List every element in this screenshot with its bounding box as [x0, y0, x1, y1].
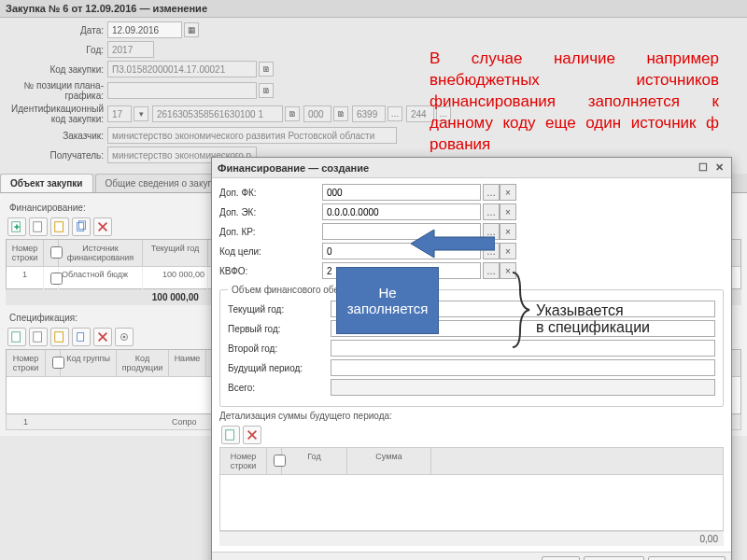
clear-icon[interactable]: ×	[500, 223, 516, 240]
dop-fk-label: Доп. ФК:	[219, 188, 322, 198]
dialog-title: Финансирование — создание	[218, 162, 369, 174]
svg-rect-8	[78, 333, 84, 342]
total-field	[331, 379, 715, 396]
lookup-icon[interactable]: …	[388, 106, 402, 121]
dop-fk-field[interactable]	[322, 184, 481, 201]
maximize-icon[interactable]: ☐	[697, 161, 710, 174]
doc-icon[interactable]: 🗎	[259, 83, 274, 98]
copy-icon[interactable]	[72, 217, 91, 236]
cell-num: 1	[7, 267, 44, 290]
date-label: Дата:	[9, 25, 107, 35]
detail-label: Детализация суммы будущего периода:	[219, 411, 724, 421]
spec-foot-txt: Сопро	[169, 414, 206, 429]
delete-icon[interactable]	[93, 217, 112, 236]
first-year-label: Первый год:	[228, 324, 331, 334]
spec-col-name: Наиме	[169, 350, 206, 376]
edit-icon[interactable]	[50, 217, 69, 236]
doc-icon[interactable]: 🗎	[285, 106, 300, 121]
recipient-label: Получатель:	[9, 150, 107, 161]
lookup-icon[interactable]: …	[483, 203, 500, 220]
detail-col-year: Год	[282, 448, 347, 474]
new-icon[interactable]	[221, 426, 240, 444]
col-year: Текущий год	[143, 240, 208, 266]
footer-amount: 0,00	[700, 534, 718, 544]
cell-source: Областной бюдж	[59, 267, 143, 290]
new-icon[interactable]	[7, 328, 26, 346]
apply-button[interactable]: Применить	[648, 556, 726, 560]
close-icon[interactable]: ✕	[712, 161, 726, 174]
year-label: Год:	[9, 45, 107, 55]
kod-celi-label: Код цели:	[219, 246, 322, 257]
annotation-red-text: В случае наличие например внебюджетных и…	[430, 49, 719, 156]
svg-rect-7	[55, 332, 63, 343]
col-source: Источник финансирования	[59, 240, 143, 266]
idcode-3[interactable]	[303, 105, 331, 122]
detail-toolbar	[219, 423, 724, 447]
spec-col-num: Номер строки	[7, 350, 46, 376]
id-code-label: Идентификационный код закупки:	[9, 104, 107, 124]
svg-marker-12	[411, 230, 495, 258]
year-field[interactable]	[107, 41, 154, 58]
annotation-spec-text: Указывается в спецификации	[536, 302, 650, 336]
future-label: Будущий период:	[228, 363, 331, 373]
clear-icon[interactable]: ×	[500, 243, 516, 259]
spec-col-group: Код группы	[61, 350, 117, 376]
cancel-button[interactable]: Отмена	[584, 556, 644, 560]
delete-icon[interactable]	[243, 426, 261, 444]
open-icon[interactable]	[29, 217, 48, 236]
gear-icon[interactable]	[115, 328, 134, 346]
dropdown-icon[interactable]: ▾	[134, 106, 148, 121]
svg-rect-6	[34, 332, 42, 343]
svg-rect-11	[226, 430, 234, 441]
idcode-1[interactable]	[107, 105, 132, 122]
future-field[interactable]	[331, 359, 715, 376]
new-icon[interactable]	[7, 217, 26, 236]
annotation-spec-line2: в спецификации	[536, 319, 650, 336]
plan-pos-field[interactable]	[107, 82, 257, 99]
customer-field[interactable]	[107, 127, 397, 144]
clear-icon[interactable]: ×	[500, 184, 516, 201]
plan-pos-label: № позиции плана-графика:	[9, 80, 107, 101]
total-value: 100 000,00	[152, 292, 199, 302]
cell-value: 100 000,00	[143, 267, 208, 290]
annotation-blue-text: Не заполняется	[337, 285, 438, 316]
lookup-icon[interactable]: …	[483, 184, 500, 201]
svg-rect-2	[55, 222, 63, 232]
open-icon[interactable]	[29, 328, 48, 346]
idcode-4[interactable]	[352, 105, 386, 122]
edit-icon[interactable]	[50, 328, 69, 346]
doc-icon[interactable]: 🗎	[259, 62, 274, 77]
window-title: Закупка № 6 от 12.09.2016 — изменение	[0, 0, 747, 18]
clear-icon[interactable]: ×	[500, 203, 516, 220]
code-label: Код закупки:	[9, 64, 107, 75]
annotation-blue-box: Не заполняется	[336, 267, 439, 334]
col-num: Номер строки	[7, 240, 44, 266]
total-label: Всего:	[228, 383, 331, 393]
ok-button[interactable]: ОК	[542, 556, 580, 560]
detail-col-num: Номер строки	[220, 448, 267, 474]
calendar-icon[interactable]: ▦	[184, 22, 199, 37]
brace-icon	[509, 271, 531, 349]
detail-col-sum: Сумма	[347, 448, 431, 474]
spec-col-prod: Код продукции	[117, 350, 169, 376]
delete-icon[interactable]	[93, 328, 112, 346]
code-field[interactable]	[107, 61, 257, 77]
date-field[interactable]	[107, 21, 182, 38]
customer-label: Заказчик:	[9, 131, 107, 141]
spec-foot-num: 1	[7, 414, 46, 429]
svg-point-10	[123, 336, 126, 339]
dop-ek-field[interactable]	[322, 203, 481, 220]
copy-icon[interactable]	[72, 328, 91, 346]
doc-icon[interactable]: 🗎	[333, 106, 348, 121]
financing-dialog: Финансирование — создание ☐ ✕ Доп. ФК: ……	[211, 157, 732, 560]
lookup-icon[interactable]: …	[483, 262, 500, 279]
kvfo-label: КВФО:	[219, 266, 322, 276]
annotation-spec-line1: Указывается	[536, 302, 650, 319]
detail-grid[interactable]: Номер строки Год Сумма	[219, 447, 724, 531]
svg-rect-1	[34, 222, 42, 232]
tab-object[interactable]: Объект закупки	[0, 174, 93, 192]
second-year-label: Второй год:	[228, 343, 331, 354]
dop-ek-label: Доп. ЭК:	[219, 207, 322, 217]
idcode-2[interactable]	[152, 105, 283, 122]
cur-year-label: Текущий год:	[228, 304, 331, 315]
